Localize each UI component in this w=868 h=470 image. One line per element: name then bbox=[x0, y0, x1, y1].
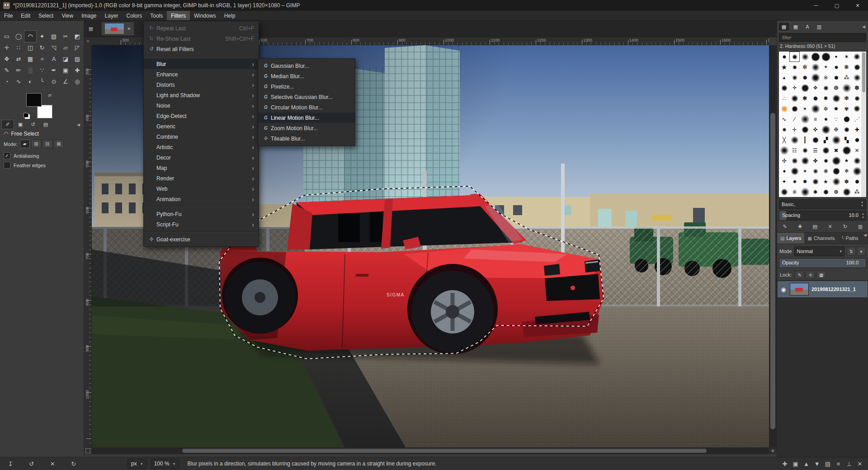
new-brush-button[interactable]: ✚ bbox=[796, 223, 804, 230]
pencil-tool[interactable]: ✎ bbox=[1, 65, 13, 76]
cage-transform-tool[interactable]: ▦ bbox=[24, 53, 36, 65]
brush-item[interactable]: ✖ bbox=[831, 145, 841, 155]
brush-filter-input[interactable] bbox=[779, 33, 866, 42]
spin-down-icon[interactable]: ▼ bbox=[861, 204, 863, 208]
brush-item[interactable]: ∿ bbox=[779, 114, 789, 124]
brush-item[interactable] bbox=[789, 103, 800, 114]
menu-select[interactable]: Select bbox=[34, 11, 57, 20]
brush-item[interactable] bbox=[800, 145, 810, 155]
foreground-select-tool[interactable]: ◩ bbox=[71, 31, 83, 42]
menu-filters[interactable]: Filters bbox=[167, 11, 190, 20]
brush-item[interactable]: ✚ bbox=[852, 124, 862, 135]
layer-mode-select[interactable]: Normal ▾ bbox=[794, 246, 844, 256]
mode-add[interactable]: ⊞ bbox=[31, 140, 41, 148]
checkbox-antialiasing[interactable]: ✓Antialiasing bbox=[4, 151, 46, 160]
brushes-tab[interactable]: ▩ bbox=[778, 23, 789, 31]
brush-item[interactable]: ✶ bbox=[800, 166, 810, 176]
menu-item-selective-gaussian-blur[interactable]: GSelective Gaussian Blur... bbox=[258, 92, 355, 102]
menu-view[interactable]: View bbox=[57, 11, 77, 20]
flip-tool[interactable]: ⇄ bbox=[13, 53, 24, 65]
menu-item-median-blur[interactable]: GMedian Blur... bbox=[258, 71, 355, 81]
brush-item[interactable] bbox=[789, 62, 800, 72]
lock-pixels-button[interactable]: ✎ bbox=[795, 271, 804, 279]
align-tool[interactable]: ∷ bbox=[13, 42, 24, 53]
brush-item[interactable] bbox=[789, 52, 800, 62]
brush-item[interactable] bbox=[841, 145, 852, 155]
close-tab-icon[interactable]: ✕ bbox=[127, 26, 131, 31]
brush-item[interactable] bbox=[821, 52, 831, 62]
brush-item[interactable] bbox=[852, 166, 862, 176]
select-by-color-tool[interactable]: ▧ bbox=[48, 31, 60, 42]
menu-item-blur[interactable]: Blur› bbox=[144, 59, 259, 69]
brush-item[interactable] bbox=[852, 135, 862, 145]
eye-icon[interactable]: ◉ bbox=[780, 286, 787, 293]
raise-layer-button[interactable]: ▲ bbox=[802, 459, 811, 468]
menu-item-python-fu[interactable]: Python-Fu› bbox=[144, 209, 259, 219]
brush-item[interactable] bbox=[841, 124, 852, 135]
images-icon[interactable]: ▦ bbox=[87, 26, 95, 32]
brush-item[interactable]: ✱ bbox=[810, 187, 821, 197]
brush-item[interactable] bbox=[841, 83, 852, 93]
ruler-corner[interactable]: ✛ bbox=[84, 37, 92, 45]
brush-item[interactable]: ✴ bbox=[800, 103, 810, 114]
brush-item[interactable] bbox=[779, 124, 789, 135]
brush-item[interactable]: ╳ bbox=[779, 135, 789, 145]
brush-item[interactable] bbox=[779, 145, 789, 155]
paintbrush-tool[interactable]: ✏ bbox=[13, 65, 24, 76]
menu-help[interactable]: Help bbox=[220, 11, 240, 20]
brush-item[interactable] bbox=[800, 114, 810, 124]
smudge-tool[interactable]: ∿ bbox=[13, 76, 24, 87]
brush-item[interactable] bbox=[852, 103, 862, 114]
mode-intersect[interactable]: ⊠ bbox=[54, 140, 64, 148]
brush-item[interactable]: ▞ bbox=[821, 135, 831, 145]
edit-brush-button[interactable]: ✎ bbox=[781, 223, 789, 230]
brush-item[interactable] bbox=[810, 166, 821, 176]
menu-item-re-show-last[interactable]: ↻Re-Show LastShift+Ctrl+F bbox=[144, 33, 259, 44]
menu-item-decor[interactable]: Decor› bbox=[144, 152, 259, 163]
brush-item[interactable] bbox=[789, 93, 800, 103]
brush-item[interactable]: ▲ bbox=[779, 72, 789, 83]
menu-layer[interactable]: Layer bbox=[101, 11, 123, 20]
menu-item-noise[interactable]: Noise› bbox=[144, 100, 259, 111]
brush-item[interactable]: ✦ bbox=[821, 62, 831, 72]
brush-item[interactable]: ❃ bbox=[841, 93, 852, 103]
menu-colors[interactable]: Colors bbox=[123, 11, 146, 20]
spin-up-icon[interactable]: ▲ bbox=[862, 212, 864, 216]
menu-item-repeat-last[interactable]: ↻Repeat LastCtrl+F bbox=[144, 23, 259, 33]
menu-item-reset-all-filters[interactable]: ↺Reset all Filters bbox=[144, 44, 259, 54]
shear-tool[interactable]: ▱ bbox=[60, 42, 71, 53]
save-tool-preset-button[interactable]: ↧ bbox=[6, 459, 15, 468]
brush-item[interactable]: ⋰ bbox=[852, 114, 862, 124]
dodge-burn-tool[interactable]: ◐ bbox=[24, 76, 36, 87]
menu-file[interactable]: File bbox=[0, 11, 17, 20]
menu-item-animation[interactable]: Animation› bbox=[144, 194, 259, 204]
menu-item-script-fu[interactable]: Script-Fu› bbox=[144, 219, 259, 230]
brush-item[interactable]: ✱ bbox=[800, 93, 810, 103]
brush-item[interactable] bbox=[831, 135, 841, 145]
brush-item[interactable]: ✦ bbox=[779, 176, 789, 187]
brush-item[interactable] bbox=[779, 83, 789, 93]
menu-tools[interactable]: Tools bbox=[146, 11, 167, 20]
brush-item[interactable] bbox=[841, 187, 852, 197]
reset-tool-options-button[interactable]: ↻ bbox=[69, 459, 78, 468]
color-picker-tool[interactable]: ⊙ bbox=[48, 76, 60, 87]
brush-item[interactable]: ❋ bbox=[821, 166, 831, 176]
brush-item[interactable]: ❆ bbox=[831, 187, 841, 197]
brush-item[interactable] bbox=[831, 176, 841, 187]
menu-item-circular-motion-blur[interactable]: GCircular Motion Blur... bbox=[258, 102, 355, 113]
brush-item[interactable]: ∴ bbox=[779, 93, 789, 103]
delete-tool-preset-button[interactable]: ✕ bbox=[48, 459, 57, 468]
brush-item[interactable]: ∵ bbox=[831, 114, 841, 124]
spin-up-icon[interactable]: ▲ bbox=[861, 201, 863, 204]
minimize-button[interactable]: ─ bbox=[806, 0, 826, 11]
brush-item[interactable]: ▚ bbox=[841, 135, 852, 145]
scale-tool[interactable]: ◹ bbox=[48, 42, 60, 53]
brush-item[interactable]: ✢ bbox=[789, 83, 800, 93]
brush-item[interactable]: ✻ bbox=[800, 62, 810, 72]
brush-item[interactable] bbox=[789, 135, 800, 145]
tag-spinner[interactable]: ▲ ▼ bbox=[861, 201, 863, 208]
brush-item[interactable]: ✕ bbox=[852, 145, 862, 155]
brush-item[interactable]: ✛ bbox=[789, 124, 800, 135]
brush-item[interactable]: ✤ bbox=[810, 155, 821, 166]
scissors-select-tool[interactable]: ✂ bbox=[60, 31, 71, 42]
